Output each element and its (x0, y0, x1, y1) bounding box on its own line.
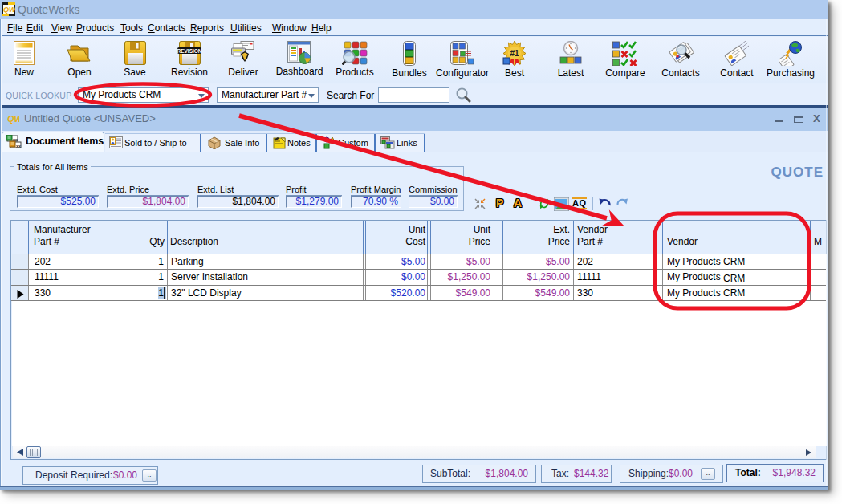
svg-text:xx: xx (16, 144, 22, 148)
svg-text:REVISION: REVISION (177, 48, 201, 54)
svg-text:QW: QW (7, 114, 19, 124)
svg-text:QW: QW (3, 6, 15, 14)
svg-text:#1: #1 (510, 49, 519, 58)
